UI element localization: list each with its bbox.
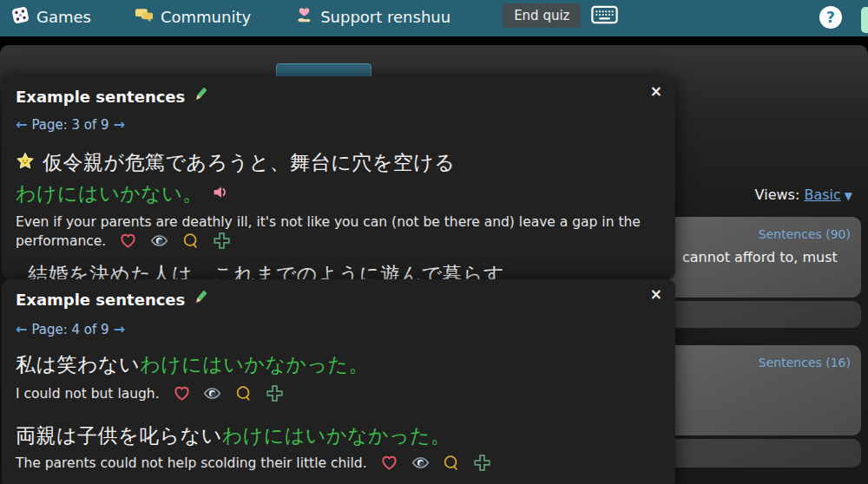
english-translation: The parents could not help scolding thei… xyxy=(16,454,661,477)
term-meaning-text: cannot afford to, must xyxy=(665,241,861,265)
japanese-plain-text: 両親は子供を叱らない xyxy=(16,424,222,447)
next-page-arrow[interactable]: → xyxy=(114,321,125,337)
term-card-sentences-90[interactable]: Sentences (90) cannot afford to, must xyxy=(665,217,861,298)
views-basic-link[interactable]: Basic xyxy=(804,186,840,203)
page-navigation: ←Page: 4 of 9→ xyxy=(16,321,125,337)
page-navigation: ←Page: 3 of 9→ xyxy=(16,116,125,133)
japanese-highlighted-grammar: わけにはいかなかった。 xyxy=(140,353,369,376)
comment-bubble-icon[interactable] xyxy=(181,232,200,255)
english-translation: Even if your parents are deathly ill, it… xyxy=(16,213,661,255)
chat-bubbles-icon xyxy=(135,5,155,29)
comment-bubble-icon[interactable] xyxy=(234,384,253,408)
chevron-down-icon[interactable]: ▼ xyxy=(845,190,852,202)
sentences-count-link[interactable]: Sentences (90) xyxy=(665,217,861,241)
nav-support[interactable]: Support renshuu xyxy=(291,3,454,30)
japanese-plain-text: 私は笑わない xyxy=(16,353,140,376)
comment-bubble-icon[interactable] xyxy=(442,454,460,477)
dialog-title-text: Example sentences xyxy=(16,88,185,106)
nav-support-label: Support renshuu xyxy=(320,8,450,26)
hide-eye-icon[interactable] xyxy=(203,384,221,408)
dialog-title-text: Example sentences xyxy=(16,291,185,309)
partial-button-edge[interactable] xyxy=(861,7,868,33)
english-translation-text: Even if your parents are deathly ill, it… xyxy=(16,214,641,249)
sentence-row: わけにはいかない。 xyxy=(16,180,661,207)
keyboard-icon[interactable] xyxy=(591,5,618,28)
end-quiz-button[interactable]: End quiz xyxy=(503,3,581,28)
dialog-title: Example sentences xyxy=(16,86,209,107)
page-indicator: Page: 4 of 9 xyxy=(31,322,108,337)
close-icon[interactable]: × xyxy=(650,287,662,302)
sentences-count-link[interactable]: Sentences (16) xyxy=(665,345,861,370)
dice-icon xyxy=(10,5,30,29)
help-icon[interactable]: ? xyxy=(819,6,842,29)
japanese-sentence-clipped: 結婚を決めた人は、これまでのように遊んで暮らす xyxy=(28,261,661,279)
heart-hand-icon xyxy=(294,5,314,29)
japanese-highlighted-grammar: わけにはいかなかった。 xyxy=(222,424,451,447)
favorite-heart-icon[interactable] xyxy=(380,454,398,477)
japanese-sentence: 仮令親が危篤であろうと、舞台に穴を空ける xyxy=(43,149,455,176)
english-translation-text: The parents could not help scolding thei… xyxy=(16,455,367,471)
favorite-heart-icon[interactable] xyxy=(119,232,137,255)
example-sentences-dialog-1: Example sentences × ←Page: 3 of 9→ 仮令親が危… xyxy=(2,76,675,279)
japanese-sentence: 私は笑わないわけにはいかなかった。 xyxy=(16,351,661,378)
collapsed-term-card[interactable] xyxy=(665,439,861,468)
edit-pencil-icon[interactable] xyxy=(192,86,209,107)
close-icon[interactable]: × xyxy=(650,84,662,99)
prev-page-arrow[interactable]: ← xyxy=(16,116,27,133)
japanese-sentence: 両親は子供を叱らないわけにはいかなかった。 xyxy=(16,422,661,449)
edit-pencil-icon[interactable] xyxy=(192,289,209,310)
hide-eye-icon[interactable] xyxy=(150,232,168,255)
favorite-heart-icon[interactable] xyxy=(173,384,191,408)
star-favorite-icon[interactable] xyxy=(16,152,35,174)
dialog-title: Example sentences xyxy=(16,289,209,310)
japanese-highlighted-grammar: わけにはいかない。 xyxy=(16,182,203,205)
views-label: Views: xyxy=(755,186,800,203)
nav-community[interactable]: Community xyxy=(131,3,254,30)
add-plus-icon[interactable] xyxy=(473,454,491,477)
audio-speaker-icon[interactable] xyxy=(212,183,230,205)
add-plus-icon[interactable] xyxy=(213,232,231,255)
next-page-arrow[interactable]: → xyxy=(114,116,125,133)
english-translation-text: I could not but laugh. xyxy=(16,386,160,402)
views-selector: Views: Basic▼ xyxy=(667,186,861,203)
nav-community-label: Community xyxy=(161,8,251,26)
hide-eye-icon[interactable] xyxy=(411,454,430,477)
english-translation: I could not but laugh. xyxy=(16,384,661,408)
nav-games[interactable]: Games xyxy=(7,3,95,30)
page-indicator: Page: 3 of 9 xyxy=(31,117,108,133)
add-plus-icon[interactable] xyxy=(266,384,284,408)
prev-page-arrow[interactable]: ← xyxy=(16,321,27,337)
top-navigation-bar: Games Community Support renshuu End quiz… xyxy=(0,0,868,36)
nav-games-label: Games xyxy=(36,8,91,26)
collapsed-term-card[interactable] xyxy=(665,301,861,328)
example-sentences-dialog-2: Example sentences × ←Page: 4 of 9→ 私は笑わな… xyxy=(2,279,675,484)
term-card-sentences-16[interactable]: Sentences (16) xyxy=(665,345,861,435)
sentence-row: 仮令親が危篤であろうと、舞台に穴を空ける xyxy=(16,149,661,176)
